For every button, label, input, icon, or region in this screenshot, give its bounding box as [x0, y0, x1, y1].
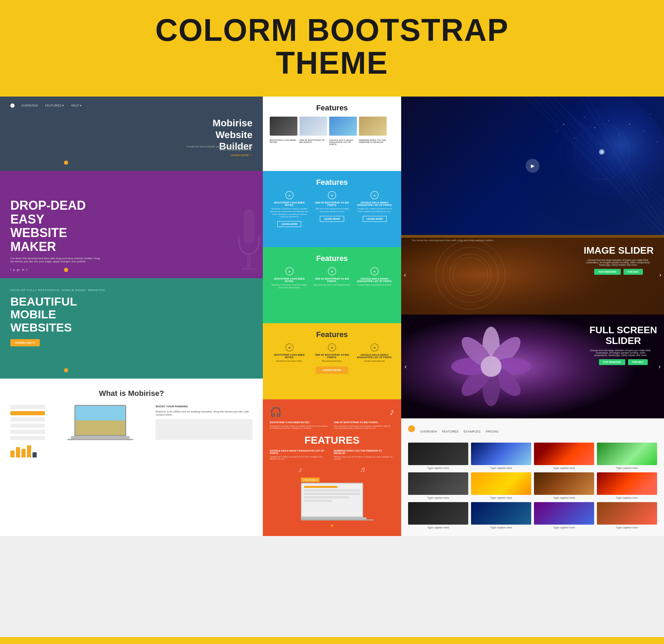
gallery-nav-links: OVERVIEW FEATURES EXAMPLES PRICING	[420, 430, 499, 433]
teal-heading: BEAUTIFULMOBILEWEBSITES	[10, 295, 252, 334]
green-col1-text: Bootstrap 4 has been noted as reliable a…	[270, 284, 309, 289]
yellow-col1-title: BOOTSTRAP 4 HAS BEEN NOTED.	[270, 354, 309, 359]
social-linkedin[interactable]: in	[22, 268, 24, 271]
mockup-chart	[156, 419, 252, 440]
blue-learn-more-btn[interactable]: LEARN MORE	[277, 221, 301, 227]
yellow-col-3: ◈ GOOGLE HAS A HIGHLY EXHAUSTIVE LIST OF…	[355, 343, 394, 363]
gallery-img-3[interactable]	[534, 443, 594, 465]
blue-col3-title: GOOGLE HAS A HIGHLY EXHAUSTIVE LIST OF F…	[355, 201, 394, 206]
laptop-orange-screen	[301, 483, 363, 517]
gallery-nav-examples[interactable]: EXAMPLES	[464, 430, 481, 433]
right-column: ▶	[401, 97, 664, 536]
slider-mac-btn[interactable]: FOR MAC	[624, 269, 643, 275]
gallery-img-6[interactable]	[471, 472, 531, 495]
gallery-img-9[interactable]	[408, 502, 468, 525]
yellow-icon-2: ◈	[328, 343, 336, 352]
features-white-panel: Features BOOTSTRAP 4 HAS BEEN NOTED. ONE…	[263, 97, 401, 171]
download-button[interactable]: DOWNLOAD IT	[10, 339, 40, 346]
slider-arrow-right[interactable]: ›	[659, 271, 661, 279]
blue-col-2: ◈ ONE OF BOOTSTRAP 4'S BIG POINTS. With …	[312, 191, 351, 227]
gallery-img-12[interactable]	[597, 502, 657, 525]
gallery-caption-2: Type caption here	[471, 466, 531, 470]
what-mobirise-heading: What is Mobirise?	[10, 389, 252, 398]
feature-img-2	[299, 117, 327, 136]
gallery-img-1[interactable]	[408, 443, 468, 465]
blue-col2-title: ONE OF BOOTSTRAP 4'S BIG POINTS.	[312, 201, 351, 206]
gallery-item-8: Type caption here	[597, 472, 657, 499]
galaxy-panel: ▶	[401, 97, 664, 235]
orange-col3-text: Google has a highly exhaustive list of f…	[270, 456, 330, 460]
blue-learn-more-btn3[interactable]: LEARN MORE	[363, 216, 387, 222]
learn-more-link[interactable]: LEARN MORE →	[231, 154, 252, 157]
gallery-caption-5: Type caption here	[408, 496, 468, 499]
gallery-item-7: Type caption here	[534, 472, 594, 499]
gallery-nav-overview[interactable]: OVERVIEW	[420, 430, 437, 433]
slider-arrow-left[interactable]: ‹	[404, 271, 406, 279]
slider-windows-btn[interactable]: FOR WINDOWS	[594, 269, 620, 275]
svg-rect-1	[247, 254, 251, 268]
features-yellow-panel: Features ◈ BOOTSTRAP 4 HAS BEEN NOTED. B…	[263, 323, 401, 399]
blue-icon-1: ◈	[285, 191, 294, 199]
orange-col-3: GOOGLE HAS A HIGHLY EXHAUSTIVE LIST OF F…	[270, 450, 330, 460]
gallery-nav-pricing[interactable]: PRICING	[486, 430, 499, 433]
flower-arrow-left[interactable]: ‹	[405, 363, 407, 370]
laptop-base	[71, 436, 130, 439]
play-button[interactable]: ▶	[526, 159, 540, 173]
sidebar-item-4	[10, 424, 45, 428]
gallery-item-9: Type caption here	[408, 502, 468, 529]
nav-help[interactable]: HELP ▾	[71, 104, 82, 107]
orange-dot-2	[64, 268, 68, 272]
flower-mac-btn[interactable]: FOR MAC	[628, 359, 648, 365]
gallery-nav-features[interactable]: FEATURES	[442, 430, 458, 433]
svg-point-27	[629, 124, 630, 125]
social-google[interactable]: g+	[17, 268, 20, 271]
orange-bottom-icon-1: ♪	[298, 465, 302, 474]
laptop-screen-inner	[75, 406, 125, 435]
gallery-caption-1: Type caption here	[408, 466, 468, 470]
social-facebook[interactable]: f	[26, 268, 27, 271]
gallery-panel: OVERVIEW FEATURES EXAMPLES PRICING Type …	[401, 418, 664, 536]
flower-slider-content: FULL SCREENSLIDER Choose from the large …	[590, 325, 657, 365]
flower-slider-heading: FULL SCREENSLIDER	[590, 325, 657, 346]
gallery-item-2: Type caption here	[471, 443, 531, 470]
yellow-col3-title: GOOGLE HAS A HIGHLY EXHAUSTIVE LIST OF F…	[355, 354, 394, 359]
gallery-item-12: Typo caption hero	[597, 502, 657, 529]
image-slider-heading: IMAGE SLIDER	[584, 245, 654, 256]
sidebar-item-3	[10, 417, 45, 421]
lo-bar-3	[304, 493, 360, 495]
gallery-img-8[interactable]	[597, 472, 657, 495]
features-white-heading: Features	[270, 103, 394, 112]
svg-point-25	[608, 120, 609, 121]
svg-point-21	[563, 124, 564, 125]
gallery-img-5[interactable]	[408, 472, 468, 495]
gallery-img-11[interactable]	[534, 502, 594, 525]
bar-1	[10, 451, 15, 457]
feature-img-1	[270, 117, 297, 136]
header-title: COLORM BOOTSTRAPTHEME	[7, 14, 657, 79]
gallery-img-4[interactable]	[597, 443, 657, 465]
flower-slider-desc: Choose from the large selection of topic…	[590, 349, 652, 356]
green-col-2: ◈ ONE OF BOOTSTRAP 4'S BIG POINTS. Big p…	[312, 267, 351, 289]
green-icon-2: ◈	[328, 267, 336, 275]
flower-arrow-right[interactable]: ›	[658, 363, 661, 370]
gallery-img-2[interactable]	[471, 443, 531, 465]
nav-features[interactable]: FEATURES ▾	[45, 104, 64, 107]
blue-learn-more-btn2[interactable]: LEARN MORE	[320, 216, 344, 222]
feature-label-4: MOBIRISE GIVES YOU THE FREEDOM TO DEVELO…	[359, 139, 387, 145]
gallery-item-11: Type caption here	[534, 502, 594, 529]
gallery-img-10[interactable]	[471, 502, 531, 525]
bar-5	[33, 452, 37, 457]
blue-col1-title: BOOTSTRAP 4 HAS BEEN NOTED.	[270, 201, 309, 206]
flower-windows-btn[interactable]: FOR WINDOWS	[599, 359, 625, 365]
flower-bg: FULL SCREENSLIDER Choose from the large …	[401, 315, 664, 418]
gallery-img-7[interactable]	[534, 472, 594, 495]
social-pinterest[interactable]: p	[13, 268, 15, 271]
yellow-learn-more-btn[interactable]: LEARN MORE	[316, 366, 348, 374]
social-twitter[interactable]: t	[10, 268, 11, 271]
green-col1-title: BOOTSTRAP 4 HAS BEEN NOTED.	[270, 278, 309, 282]
flower-slider-buttons: FOR WINDOWS FOR MAC	[590, 359, 657, 365]
yellow-col2-text: Big points generating.	[312, 360, 351, 363]
sidebar-item-2	[10, 411, 45, 415]
svg-point-22	[574, 138, 574, 138]
nav-overview[interactable]: OVERVIEW	[21, 104, 38, 107]
